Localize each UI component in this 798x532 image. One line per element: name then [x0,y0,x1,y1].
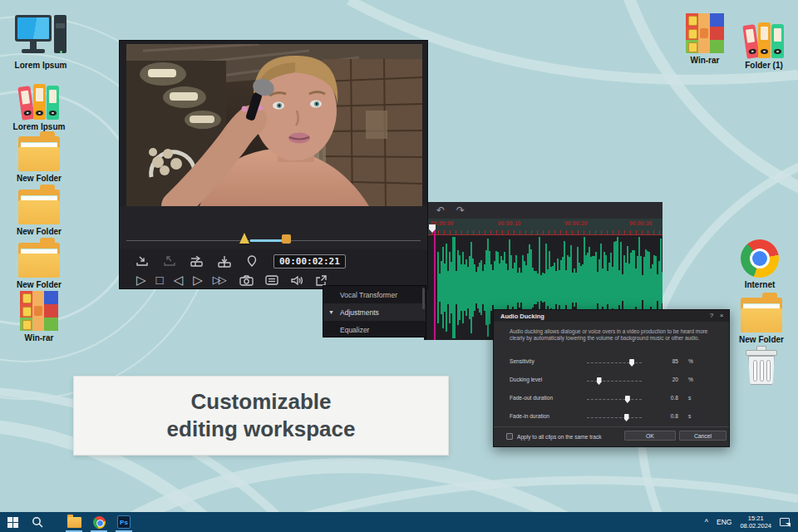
ruler-label: 00:00:10 [498,220,521,226]
volume-icon[interactable] [289,273,304,287]
menu-item-adjustments[interactable]: ▼ Adjustments [323,303,426,321]
snapshot-icon[interactable] [239,273,254,287]
cancel-button[interactable]: Cancel [679,431,727,441]
taskbar-search-button[interactable] [25,512,50,532]
tray-date: 08.02.2024 [740,522,771,530]
slider-label: Fade-out duration [510,395,553,401]
binders-icon [17,81,61,120]
desktop-icon-label: Lorem Ipsum [10,122,68,131]
winrar-icon [686,13,724,53]
desktop-icon-label: Folder (1) [735,61,793,70]
effects-menu: Vocal Transformer ▼ Adjustments Equalize… [323,285,426,337]
taskbar: Ps ^ ENG 15:21 08.02.2024 [0,512,798,532]
chrome-icon [741,239,779,278]
notification-center-icon[interactable] [780,518,790,526]
system-tray: ^ ENG 15:21 08.02.2024 [705,515,798,530]
desktop-icon-binders[interactable]: Lorem Ipsum [10,80,68,131]
previous-frame-button[interactable]: ◁ [174,273,184,287]
help-icon[interactable]: ? [707,312,716,319]
slider-unit: s [688,413,691,419]
insert-clip-icon[interactable] [217,254,232,268]
slider-thumb[interactable] [624,414,629,421]
slider-track[interactable] [587,417,642,418]
slider-track[interactable] [587,399,642,400]
tray-chevron-icon[interactable]: ^ [705,518,708,526]
desktop-icon-folder-3[interactable]: New Folder [10,238,68,289]
desktop-icon-winrar-2[interactable]: Win-rar [676,13,734,65]
menu-scrollbar[interactable] [422,288,425,309]
trim-in-handle[interactable] [239,233,249,244]
taskbar-photoshop[interactable]: Ps [111,512,136,532]
slider-value: 0.8 [660,395,678,401]
desktop-icon-folder-4[interactable]: New Folder [732,293,791,344]
slider-track[interactable] [587,362,642,363]
computer-icon [15,15,66,58]
timeline-ruler[interactable]: 00:00:00 00:00:10 00:00:20 00:00:30 [426,219,663,235]
properties-icon[interactable] [264,273,279,287]
desktop: Lorem Ipsum Lorem Ipsum New Folder New F… [0,0,798,532]
slider-row-fade-out: Fade-out duration 0.8 s [494,395,729,405]
close-icon[interactable]: × [717,312,726,319]
redo-icon[interactable]: ↷ [456,205,465,215]
slider-label: Fade-in duration [510,413,549,419]
playhead-line [434,224,436,340]
timecode-display[interactable]: 00:00:02:21 [273,254,346,268]
start-button[interactable] [0,512,25,532]
ok-button[interactable]: OK [624,431,676,441]
menu-item-equalizer[interactable]: Equalizer [323,321,426,338]
desktop-icon-label: New Folder [10,227,68,236]
slider-track[interactable] [587,381,642,382]
caption-line2: editing workspace [167,416,356,443]
slider-unit: % [688,377,693,382]
trim-out-handle[interactable] [282,234,291,244]
desktop-icon-computer[interactable]: Lorem Ipsum [12,18,70,70]
desktop-icon-internet[interactable]: Internet [731,238,789,289]
mark-in-icon[interactable] [135,254,150,268]
mark-out-icon[interactable] [162,254,177,268]
menu-item-label: Adjustments [340,308,379,317]
chrome-icon [93,516,106,529]
desktop-icon-recycle-bin[interactable] [732,346,791,386]
marker-icon[interactable] [244,254,259,268]
desktop-icon-label: Win-rar [676,56,734,65]
file-explorer-icon [67,517,81,528]
overwrite-clip-icon[interactable] [190,254,204,268]
play-button[interactable]: ▷ [136,273,146,287]
desktop-icon-label: Lorem Ipsum [12,61,70,70]
caption-banner: Customizable editing workspace [73,376,449,456]
audio-toolbar: ↶ ↷ [426,202,663,219]
folder-icon [18,190,60,224]
desktop-icon-winrar[interactable]: Win-rar [10,291,68,342]
slider-thumb[interactable] [625,396,630,403]
taskbar-chrome[interactable] [86,512,111,532]
dialog-title: Audio Ducking [494,313,544,320]
player-toolbar-row1: 00:00:02:21 [126,250,422,272]
menu-item-vocal-transformer[interactable]: Vocal Transformer [323,286,426,303]
seek-selected-range[interactable] [250,239,285,242]
ruler-label: 00:00:30 [629,220,653,226]
stop-button[interactable]: □ [156,273,164,287]
desktop-icon-label: Internet [731,280,789,289]
apply-all-checkbox[interactable] [506,433,513,440]
audio-ducking-dialog: Audio Ducking ? × Audio ducking allows d… [493,309,730,447]
video-preview[interactable] [126,44,422,206]
fast-forward-button[interactable]: ▷▷ [213,273,224,287]
desktop-icon-folder-1[interactable]: New Folder [10,131,68,183]
taskbar-file-explorer[interactable] [62,512,86,532]
undo-icon[interactable]: ↶ [436,205,445,215]
slider-unit: % [688,358,693,364]
desktop-icon-folder-group[interactable]: Folder (1) [735,18,793,70]
slider-thumb[interactable] [629,359,634,367]
dialog-titlebar[interactable]: Audio Ducking ? × [494,310,729,322]
slider-value: 85 [660,358,678,364]
next-frame-button[interactable]: ▷ [193,273,203,287]
folder-icon [18,243,60,278]
slider-label: Ducking level [510,377,542,382]
chevron-down-icon: ▼ [328,309,334,315]
slider-thumb[interactable] [597,377,602,385]
clock[interactable]: 15:21 08.02.2024 [740,515,771,530]
slider-label: Sensitivity [510,358,534,364]
slider-value: 20 [660,377,678,382]
language-indicator[interactable]: ENG [717,518,732,526]
desktop-icon-folder-2[interactable]: New Folder [10,185,68,236]
